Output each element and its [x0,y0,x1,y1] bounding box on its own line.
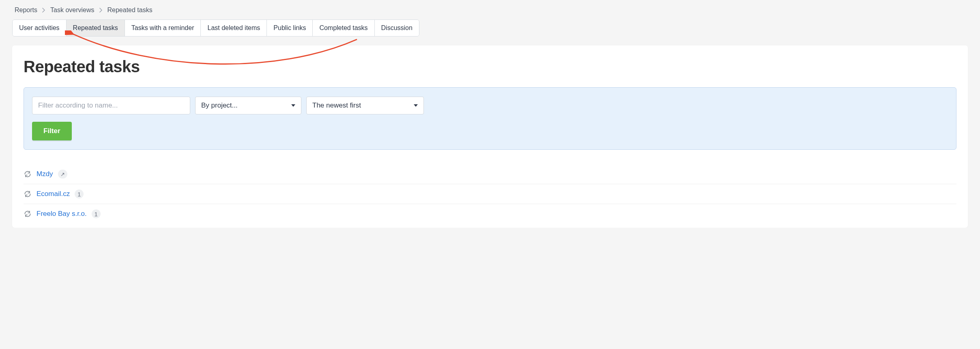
breadcrumb: Reports Task overviews Repeated tasks [12,4,968,19]
tab-public-links[interactable]: Public links [267,20,313,36]
tab-user-activities[interactable]: User activities [13,20,67,36]
arrow-up-right-icon: ↗ [60,171,65,177]
chevron-right-icon [99,8,103,13]
filter-panel: By project... The newest first Filter [24,87,956,150]
refresh-icon [24,210,32,218]
select-value: The newest first [312,101,361,110]
tab-repeated-tasks[interactable]: Repeated tasks [67,20,125,36]
chevron-right-icon [42,8,45,13]
breadcrumb-item-reports[interactable]: Reports [15,6,37,14]
main-card: Repeated tasks By project... The newest … [12,45,968,228]
tab-last-deleted-items[interactable]: Last deleted items [201,20,267,36]
caret-down-icon [414,104,418,107]
badge-count-value: 1 [95,211,98,218]
list-item: Ecomail.cz 1 [24,184,956,204]
breadcrumb-item-task-overviews[interactable]: Task overviews [50,6,94,14]
tab-completed-tasks[interactable]: Completed tasks [313,20,374,36]
sort-order-select[interactable]: The newest first [306,97,424,114]
tab-tasks-with-a-reminder[interactable]: Tasks with a reminder [125,20,201,36]
repeated-tasks-list: Mzdy ↗ Ecomail.cz 1 Freelo Bay s.r.o. [24,164,956,224]
badge-count-value: 1 [77,191,81,198]
filter-name-input[interactable] [32,97,190,114]
caret-down-icon [291,104,295,107]
count-badge: 1 [75,190,84,198]
filter-button[interactable]: Filter [32,122,72,140]
external-link-badge[interactable]: ↗ [58,170,67,179]
count-badge: 1 [92,209,101,218]
tabs: User activities Repeated tasks Tasks wit… [12,19,419,37]
list-item: Freelo Bay s.r.o. 1 [24,204,956,224]
page-title: Repeated tasks [24,58,956,76]
refresh-icon [24,190,32,198]
list-item: Mzdy ↗ [24,164,956,184]
by-project-select[interactable]: By project... [195,97,301,114]
tab-discussion[interactable]: Discussion [375,20,419,36]
refresh-icon [24,170,32,178]
list-item-link-freelo-bay[interactable]: Freelo Bay s.r.o. [37,210,87,218]
select-value: By project... [201,101,238,110]
list-item-link-ecomail[interactable]: Ecomail.cz [37,190,70,198]
list-item-link-mzdy[interactable]: Mzdy [37,170,53,178]
breadcrumb-item-repeated-tasks[interactable]: Repeated tasks [107,6,153,14]
